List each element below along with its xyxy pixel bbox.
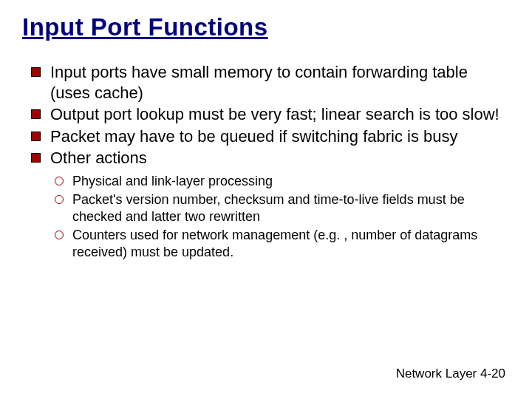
list-item: Other actions xyxy=(30,148,502,168)
list-item: Counters used for network management (e.… xyxy=(55,227,502,261)
list-item: Input ports have small memory to contain… xyxy=(30,62,502,103)
sub-bullet-list: Physical and link-layer processing Packe… xyxy=(22,173,510,261)
bullet-list: Input ports have small memory to contain… xyxy=(22,62,510,168)
slide-footer: Network Layer 4-20 xyxy=(396,366,505,381)
slide: Input Port Functions Input ports have sm… xyxy=(0,0,532,399)
list-item: Output port lookup must be very fast; li… xyxy=(30,104,502,125)
list-item: Packet's version number, checksum and ti… xyxy=(55,191,502,225)
page-title: Input Port Functions xyxy=(22,13,510,41)
list-item: Packet may have to be queued if switchin… xyxy=(30,126,502,147)
list-item: Physical and link-layer processing xyxy=(55,173,502,190)
